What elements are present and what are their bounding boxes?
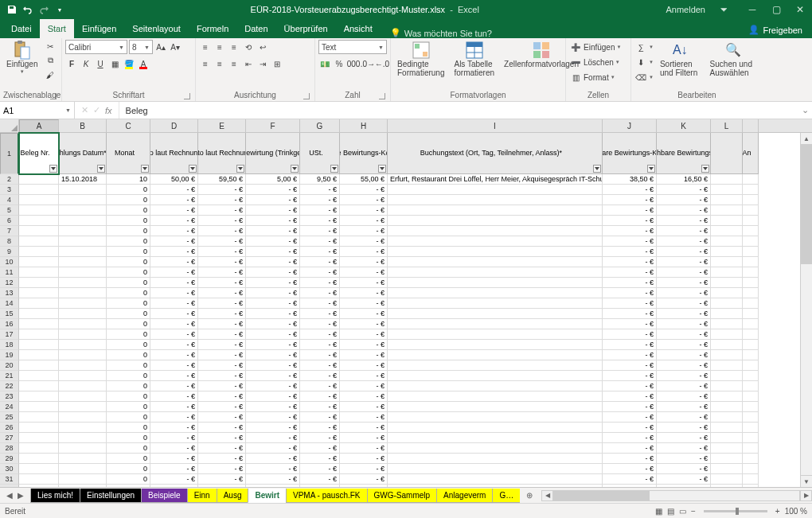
cell[interactable] <box>711 360 743 371</box>
cell[interactable]: - € <box>300 371 340 381</box>
cell[interactable]: - € <box>603 381 657 391</box>
cell[interactable]: - € <box>150 185 198 195</box>
vertical-scrollbar[interactable]: ▲ ▼ <box>800 133 812 487</box>
header-cell[interactable]: Buchungstext (Ort, Tag, Teilnehmer, Anla… <box>388 133 603 174</box>
view-pagelayout-icon[interactable]: ▤ <box>667 507 674 516</box>
cell[interactable]: 0 <box>107 195 150 205</box>
column-header-C[interactable]: C <box>107 119 150 132</box>
cell[interactable] <box>743 412 759 423</box>
view-normal-icon[interactable]: ▦ <box>655 507 662 516</box>
header-cell[interactable]: Netto laut Rechnung* <box>150 133 198 174</box>
cell[interactable]: - € <box>657 329 711 340</box>
cell[interactable] <box>19 423 59 433</box>
cell[interactable]: - € <box>150 195 198 205</box>
cell[interactable]: - € <box>150 226 198 236</box>
cell[interactable]: - € <box>603 474 657 485</box>
cell[interactable] <box>711 236 743 247</box>
cell[interactable]: - € <box>300 195 340 205</box>
cell[interactable] <box>711 309 743 319</box>
italic-button[interactable]: K <box>80 57 92 70</box>
cell[interactable] <box>743 371 759 381</box>
select-all-corner[interactable] <box>0 119 19 132</box>
row-header-28[interactable]: 28 <box>0 443 19 454</box>
cell[interactable]: - € <box>150 464 198 474</box>
cell[interactable]: 0 <box>107 412 150 423</box>
sheet-tab[interactable]: Ausg <box>217 489 249 503</box>
cell[interactable]: 0 <box>107 185 150 195</box>
cell[interactable]: - € <box>340 257 388 267</box>
cell[interactable]: - € <box>300 257 340 267</box>
cell[interactable]: - € <box>340 278 388 288</box>
cell[interactable]: 0 <box>107 278 150 288</box>
column-header-I[interactable]: I <box>388 119 603 132</box>
column-header-H[interactable]: H <box>340 119 388 132</box>
cell[interactable]: - € <box>340 381 388 391</box>
row-header-18[interactable]: 18 <box>0 340 19 350</box>
header-cell[interactable]: Summe Bewirtungs-Kosten <box>340 133 388 174</box>
cell[interactable] <box>19 278 59 288</box>
cell[interactable] <box>19 329 59 340</box>
cell[interactable]: 10 <box>107 174 150 185</box>
cell[interactable]: - € <box>340 433 388 443</box>
cell[interactable]: - € <box>246 278 300 288</box>
sheet-tab[interactable]: G… <box>492 489 521 503</box>
cell[interactable] <box>19 412 59 423</box>
cell[interactable]: - € <box>603 433 657 443</box>
row-header-8[interactable]: 8 <box>0 236 19 247</box>
cell[interactable]: 0 <box>107 474 150 485</box>
cell[interactable]: - € <box>198 257 246 267</box>
header-cell[interactable] <box>711 133 743 174</box>
cell[interactable]: - € <box>150 319 198 329</box>
font-size-select[interactable]: 8▼ <box>129 40 153 54</box>
cell[interactable]: - € <box>300 329 340 340</box>
row-header-2[interactable]: 2 <box>0 174 19 185</box>
grow-font-icon[interactable]: A▴ <box>154 41 167 53</box>
cell[interactable] <box>743 247 759 257</box>
cell[interactable]: - € <box>246 309 300 319</box>
cell[interactable]: - € <box>246 350 300 360</box>
cell[interactable]: - € <box>340 226 388 236</box>
cell[interactable]: - € <box>340 195 388 205</box>
cell[interactable] <box>59 195 107 205</box>
cell[interactable] <box>59 309 107 319</box>
column-header-B[interactable]: B <box>59 119 107 132</box>
cell[interactable]: - € <box>150 340 198 350</box>
dec-decimal-icon[interactable]: ←.0 <box>376 57 388 70</box>
cell[interactable]: 38,50 € <box>603 174 657 185</box>
cell[interactable] <box>388 185 603 195</box>
column-header-J[interactable]: J <box>603 119 657 132</box>
cell[interactable]: - € <box>198 195 246 205</box>
cell[interactable]: 55,00 € <box>340 174 388 185</box>
cell[interactable] <box>19 288 59 298</box>
cell[interactable]: 5,00 € <box>246 174 300 185</box>
cell[interactable]: - € <box>340 371 388 381</box>
cell[interactable] <box>388 350 603 360</box>
cell[interactable] <box>388 267 603 278</box>
cell[interactable]: - € <box>300 423 340 433</box>
cell[interactable] <box>388 247 603 257</box>
comma-icon[interactable]: 000 <box>347 57 360 70</box>
cell[interactable] <box>19 226 59 236</box>
view-pagebreak-icon[interactable]: ▭ <box>679 507 686 516</box>
cell[interactable]: - € <box>198 226 246 236</box>
cell[interactable]: - € <box>150 350 198 360</box>
cell[interactable]: 0 <box>107 298 150 309</box>
cell[interactable]: 59,50 € <box>198 174 246 185</box>
column-header-G[interactable]: G <box>300 119 340 132</box>
cell[interactable] <box>19 174 59 185</box>
cell[interactable] <box>19 298 59 309</box>
filter-button[interactable] <box>593 165 601 173</box>
filter-button[interactable] <box>49 165 57 173</box>
cell[interactable] <box>19 247 59 257</box>
cell[interactable] <box>19 360 59 371</box>
cell[interactable] <box>711 174 743 185</box>
cell[interactable]: - € <box>340 464 388 474</box>
header-cell[interactable]: Brutto laut Rechnung <box>198 133 246 174</box>
cell[interactable]: - € <box>340 298 388 309</box>
indent-inc-icon[interactable]: ⇥ <box>256 57 269 70</box>
scroll-left-icon[interactable]: ◀ <box>541 490 553 501</box>
cell[interactable]: - € <box>603 423 657 433</box>
cell[interactable]: - € <box>603 236 657 247</box>
cell[interactable]: - € <box>246 247 300 257</box>
cell[interactable] <box>59 298 107 309</box>
